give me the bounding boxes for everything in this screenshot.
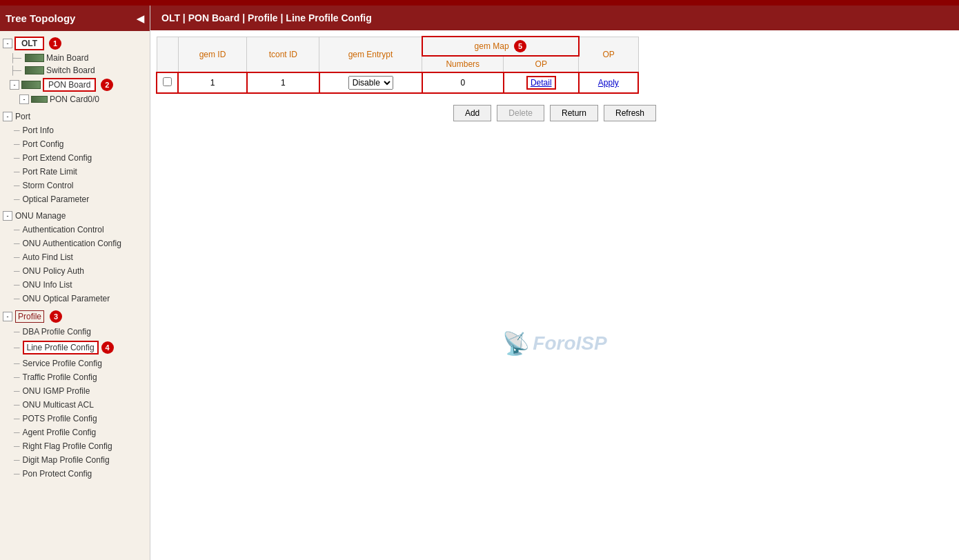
olt-expand-icon[interactable]: - [3, 39, 12, 48]
nav-agent-profile-config[interactable]: ─Agent Profile Config [8, 426, 150, 439]
add-button[interactable]: Add [453, 105, 491, 121]
onu-section-header[interactable]: - ONU Manage [0, 209, 150, 223]
nav-storm-control[interactable]: ─Storm Control [8, 179, 150, 192]
breadcrumb-olt: OLT [161, 12, 180, 23]
olt-node[interactable]: - OLT 1 [0, 34, 150, 52]
nav-digit-map-profile-config[interactable]: ─Digit Map Profile Config [8, 453, 150, 467]
main-board-label: Main Board [46, 53, 88, 63]
watermark-text: ForoISP [533, 332, 606, 354]
apply-link[interactable]: Apply [598, 78, 619, 88]
olt-badge-num: 1 [49, 37, 61, 50]
pon-card-node[interactable]: - PON Card0/0 [0, 93, 150, 106]
content-area: OLT | PON Board | Profile | Line Profile… [150, 6, 959, 560]
delete-button[interactable]: Delete [497, 105, 544, 121]
row-numbers: 0 [422, 72, 504, 93]
row-gem-id: 1 [178, 72, 247, 93]
profile-expand-icon[interactable]: - [3, 312, 12, 321]
sidebar: Tree Topology ◀ - OLT 1 ├─ Main Board ├─… [0, 6, 150, 560]
pon-board-badge[interactable]: PON Board [43, 78, 96, 92]
nav-port-info[interactable]: ─Port Info [8, 123, 150, 137]
main-board-icon [25, 54, 44, 62]
table-row: 1 1 Disable Enable 0 Detail [157, 72, 638, 93]
pon-board-expand-icon[interactable]: - [10, 80, 19, 90]
table-container: gem ID tcont ID gem Entrypt gem Map 5 OP… [150, 30, 959, 99]
onu-expand-icon[interactable]: - [3, 211, 12, 221]
onu-section: - ONU Manage ─Authentication Control ─ON… [0, 206, 150, 306]
row-encrypt-select[interactable]: Disable Enable [348, 76, 393, 90]
row-apply-cell: Apply [579, 72, 638, 93]
row-tcont-id: 1 [247, 72, 319, 93]
onu-section-label: ONU Manage [15, 211, 66, 221]
profile-section-header[interactable]: - Profile 3 [0, 308, 150, 325]
th-gem-id: gem ID [178, 37, 247, 72]
nav-onu-auth-config[interactable]: ─ONU Authentication Config [8, 237, 150, 250]
line-profile-config-badge[interactable]: Line Profile Config [23, 341, 99, 354]
breadcrumb-pon-board: PON Board [188, 12, 240, 23]
main-layout: Tree Topology ◀ - OLT 1 ├─ Main Board ├─… [0, 6, 959, 560]
detail-link[interactable]: Detail [526, 76, 556, 90]
nav-onu-igmp-profile[interactable]: ─ONU IGMP Profile [8, 384, 150, 398]
nav-pots-profile-config[interactable]: ─POTS Profile Config [8, 412, 150, 426]
nav-onu-multicast-acl[interactable]: ─ONU Multicast ACL [8, 398, 150, 412]
sidebar-tree: - OLT 1 ├─ Main Board ├─ Switch Board - … [0, 31, 150, 560]
profile-badge-num: 3 [50, 310, 62, 323]
breadcrumb-line-profile-config: Line Profile Config [286, 12, 371, 23]
nav-onu-info-list[interactable]: ─ONU Info List [8, 278, 150, 292]
port-expand-icon[interactable]: - [3, 112, 12, 121]
pon-card-label: PON Card0/0 [50, 94, 99, 104]
row-checkbox-cell [157, 72, 178, 93]
return-button[interactable]: Return [550, 105, 598, 121]
nav-port-rate-limit[interactable]: ─Port Rate Limit [8, 165, 150, 179]
nav-dba-profile-config[interactable]: ─DBA Profile Config [8, 325, 150, 339]
breadcrumb-profile: Profile [248, 12, 278, 23]
pon-board-badge-num: 2 [101, 79, 113, 91]
pon-card-expand-icon[interactable]: - [19, 94, 29, 104]
gem-table: gem ID tcont ID gem Entrypt gem Map 5 OP… [156, 36, 639, 94]
th-gem-encrypt: gem Entrypt [319, 37, 422, 72]
switch-board-icon [25, 66, 44, 74]
sidebar-title: Tree Topology [6, 12, 75, 24]
profile-nav-section: ─DBA Profile Config ─ Line Profile Confi… [0, 325, 150, 481]
nav-onu-policy-auth[interactable]: ─ONU Policy Auth [8, 264, 150, 278]
top-bar [0, 0, 959, 6]
port-nav-section: ─Port Info ─Port Config ─Port Extend Con… [0, 123, 150, 206]
switch-board-node[interactable]: ├─ Switch Board [0, 64, 150, 77]
nav-right-flag-profile-config[interactable]: ─Right Flag Profile Config [8, 439, 150, 453]
refresh-button[interactable]: Refresh [604, 105, 656, 121]
th-checkbox [157, 37, 178, 72]
port-section-header[interactable]: - Port [0, 110, 150, 123]
nav-service-profile-config[interactable]: ─Service Profile Config [8, 357, 150, 370]
onu-nav-section: ─Authentication Control ─ONU Authenticat… [0, 223, 150, 306]
main-board-node[interactable]: ├─ Main Board [0, 52, 150, 64]
pon-board-node[interactable]: - PON Board 2 [0, 77, 150, 93]
breadcrumb: OLT | PON Board | Profile | Line Profile… [150, 6, 959, 30]
th-gem-map-op: OP [504, 56, 579, 72]
nav-auto-find-list[interactable]: ─Auto Find List [8, 250, 150, 264]
nav-port-config[interactable]: ─Port Config [8, 137, 150, 151]
nav-optical-parameter[interactable]: ─Optical Parameter [8, 192, 150, 206]
port-section-label: Port [15, 112, 30, 121]
row-detail-cell: Detail [504, 72, 579, 93]
th-gem-map: gem Map 5 [422, 37, 579, 56]
sidebar-collapse-arrow[interactable]: ◀ [137, 13, 144, 24]
badge-5: 5 [514, 40, 526, 52]
port-section: - Port ─Port Info ─Port Config ─Port Ext… [0, 106, 150, 206]
content-body: gem ID tcont ID gem Entrypt gem Map 5 OP… [150, 30, 959, 560]
nav-traffic-profile-config[interactable]: ─Traffic Profile Config [8, 370, 150, 384]
profile-section: - Profile 3 ─DBA Profile Config ─ Line P… [0, 306, 150, 481]
nav-port-extend-config[interactable]: ─Port Extend Config [8, 151, 150, 165]
nav-auth-control[interactable]: ─Authentication Control [8, 223, 150, 237]
watermark-icon: 📡 [502, 330, 530, 357]
row-checkbox[interactable] [163, 77, 172, 86]
breadcrumb-sep-1: | [183, 12, 188, 23]
nav-line-profile-config[interactable]: ─ Line Profile Config 4 [8, 339, 150, 357]
line-profile-badge-4: 4 [101, 341, 114, 354]
th-gem-map-numbers: Numbers [422, 56, 504, 72]
olt-badge[interactable]: OLT [14, 37, 44, 50]
nav-pon-protect-config[interactable]: ─Pon Protect Config [8, 467, 150, 481]
sidebar-header: Tree Topology ◀ [0, 6, 150, 31]
nav-onu-optical-param[interactable]: ─ONU Optical Parameter [8, 292, 150, 306]
th-op: OP [579, 37, 638, 72]
tree-line: ├─ [10, 66, 21, 75]
tree-line: ├─ [10, 53, 21, 63]
